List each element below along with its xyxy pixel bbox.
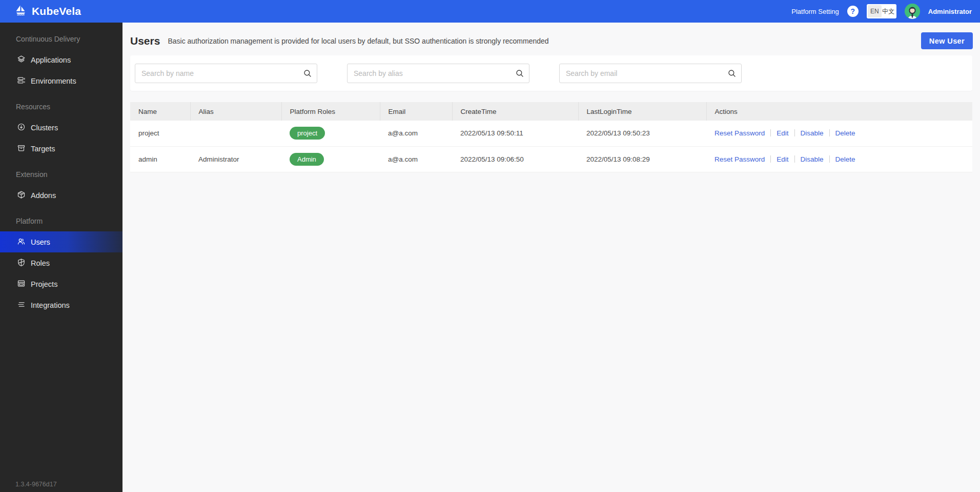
sidebar-item-applications[interactable]: Applications: [0, 49, 122, 70]
sidebar-item-label: Roles: [31, 259, 50, 267]
page-title: Users: [130, 35, 160, 47]
sidebar-item-label: Projects: [31, 280, 57, 288]
cell-createtime: 2022/05/13 09:06:50: [452, 146, 578, 172]
cell-platform-roles: project: [281, 121, 380, 146]
users-table: Name Alias Platform Roles Email CreateTi…: [130, 102, 972, 172]
disable-link[interactable]: Disable: [801, 129, 824, 137]
search-name-input[interactable]: [135, 64, 317, 83]
search-by-alias-box: [347, 64, 529, 83]
sidebar-item-addons[interactable]: Addons: [0, 185, 122, 206]
cell-lastlogintime: 2022/05/13 09:50:23: [578, 121, 706, 146]
topbar-right: Platform Setting ? EN 中文 Administrator: [791, 4, 972, 19]
disable-link[interactable]: Disable: [801, 155, 824, 163]
cloud-download-icon: [17, 123, 26, 133]
cell-email: a@a.com: [380, 121, 452, 146]
brand-logo[interactable]: KubeVela: [14, 4, 81, 19]
delete-link[interactable]: Delete: [835, 155, 855, 163]
current-user-name[interactable]: Administrator: [928, 8, 972, 15]
role-badge: project: [290, 127, 325, 140]
action-divider: [794, 155, 795, 163]
action-divider: [770, 155, 771, 163]
search-by-email-box: [559, 64, 742, 83]
sidebar: Continuous Delivery Applications Environ…: [0, 23, 122, 492]
action-divider: [829, 129, 830, 136]
column-header-actions: Actions: [706, 102, 972, 121]
shield-icon: [17, 258, 26, 268]
sidebar-item-label: Clusters: [31, 124, 58, 132]
table-header-row: Name Alias Platform Roles Email CreateTi…: [130, 102, 972, 121]
archive-box-icon: [17, 144, 26, 154]
table-row: admin Administrator Admin a@a.com 2022/0…: [130, 146, 972, 172]
page-subtitle: Basic authorization management is provid…: [168, 37, 548, 45]
column-header-alias: Alias: [190, 102, 281, 121]
sidebar-item-label: Addons: [31, 191, 56, 200]
sidebar-item-integrations[interactable]: Integrations: [0, 294, 122, 316]
cell-name: project: [130, 121, 190, 146]
sidebar-item-label: Targets: [31, 145, 55, 153]
reset-password-link[interactable]: Reset Password: [714, 155, 765, 163]
users-table-container: Name Alias Platform Roles Email CreateTi…: [130, 102, 972, 172]
sidebar-section-extension: Extension: [0, 164, 122, 185]
layers-icon: [17, 55, 26, 65]
package-cube-icon: [17, 190, 26, 201]
cell-name: admin: [130, 146, 190, 172]
search-card: [130, 55, 972, 91]
sidebar-section-platform: Platform: [0, 211, 122, 231]
cell-actions: Reset PasswordEditDisableDelete: [706, 146, 972, 172]
column-header-name: Name: [130, 102, 190, 121]
action-divider: [829, 155, 830, 163]
sidebar-section-continuous-delivery: Continuous Delivery: [0, 29, 122, 49]
reset-password-link[interactable]: Reset Password: [714, 129, 765, 137]
sidebar-item-label: Environments: [31, 77, 76, 85]
cell-actions: Reset PasswordEditDisableDelete: [706, 121, 972, 146]
window-icon: [17, 279, 26, 289]
cell-alias: [190, 121, 281, 146]
sidebar-item-label: Integrations: [31, 301, 70, 309]
platform-setting-link[interactable]: Platform Setting: [791, 8, 839, 15]
column-header-lastlogintime: LastLoginTime: [578, 102, 706, 121]
cell-lastlogintime: 2022/05/13 09:08:29: [578, 146, 706, 172]
search-by-name-box: [135, 64, 317, 83]
version-label: 1.3.4-9676d17: [15, 481, 57, 488]
lines-icon: [17, 300, 26, 310]
sidebar-item-projects[interactable]: Projects: [0, 273, 122, 294]
language-switcher[interactable]: EN 中文: [867, 4, 896, 18]
action-divider: [794, 129, 795, 136]
cell-platform-roles: Admin: [281, 146, 380, 172]
sidebar-item-environments[interactable]: Environments: [0, 70, 122, 91]
sidebar-item-label: Users: [31, 238, 50, 246]
column-header-createtime: CreateTime: [452, 102, 578, 121]
role-badge: Admin: [290, 153, 324, 166]
lang-en-option[interactable]: EN: [868, 5, 882, 17]
avatar[interactable]: [905, 4, 920, 19]
environments-icon: [17, 76, 26, 86]
sidebar-item-roles[interactable]: Roles: [0, 252, 122, 273]
edit-link[interactable]: Edit: [777, 155, 788, 163]
column-header-email: Email: [380, 102, 452, 121]
sidebar-item-users[interactable]: Users: [0, 231, 122, 252]
page-header: Users Basic authorization management is …: [122, 23, 980, 49]
brand-name: KubeVela: [32, 5, 81, 17]
search-icon[interactable]: [515, 69, 524, 78]
search-email-input[interactable]: [559, 64, 742, 83]
new-user-button[interactable]: New User: [921, 32, 973, 49]
search-icon[interactable]: [727, 69, 737, 78]
lang-zh-option[interactable]: 中文: [882, 5, 895, 17]
sidebar-item-targets[interactable]: Targets: [0, 138, 122, 159]
main-content: Users Basic authorization management is …: [122, 23, 980, 492]
help-icon[interactable]: ?: [847, 6, 859, 17]
action-divider: [770, 129, 771, 136]
search-icon[interactable]: [303, 69, 312, 78]
topbar: KubeVela Platform Setting ? EN 中文 Admini…: [0, 0, 980, 23]
column-header-platform-roles: Platform Roles: [281, 102, 380, 121]
table-row: project project a@a.com 2022/05/13 09:50…: [130, 121, 972, 146]
cell-alias: Administrator: [190, 146, 281, 172]
search-alias-input[interactable]: [347, 64, 529, 83]
edit-link[interactable]: Edit: [777, 129, 788, 137]
sidebar-item-label: Applications: [31, 56, 71, 64]
sidebar-section-resources: Resources: [0, 96, 122, 117]
users-icon: [17, 237, 26, 247]
delete-link[interactable]: Delete: [835, 129, 855, 137]
sidebar-item-clusters[interactable]: Clusters: [0, 117, 122, 138]
cell-email: a@a.com: [380, 146, 452, 172]
